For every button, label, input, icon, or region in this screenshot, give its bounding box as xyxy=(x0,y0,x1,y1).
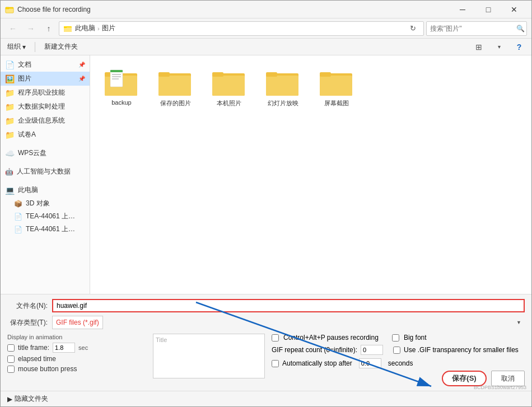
view-button[interactable]: ⊞ xyxy=(471,39,487,55)
folder-backup[interactable]: backup xyxy=(99,64,144,111)
filename-input[interactable] xyxy=(52,299,525,312)
cancel-button[interactable]: 取消 xyxy=(491,371,525,386)
auto-stop-label: Automatically stop after xyxy=(282,359,352,367)
sidebar-item-pictures[interactable]: 🖼️ 图片 📌 xyxy=(1,72,90,86)
elapsed-label: elapsed time xyxy=(18,355,56,363)
computer-label: 此电脑 xyxy=(18,185,38,195)
svg-rect-5 xyxy=(64,26,67,28)
organize-chevron: ▾ xyxy=(22,43,26,51)
up-button[interactable]: ↑ xyxy=(41,21,57,36)
view-chevron[interactable]: ▾ xyxy=(491,39,507,55)
pictures-icon: 🖼️ xyxy=(5,74,15,83)
control-alt-label: Control+Alt+P pauses recording xyxy=(283,334,379,341)
title-box[interactable]: Title xyxy=(153,334,265,378)
pictures-label: 图片 xyxy=(18,74,31,83)
tea1-icon: 📄 xyxy=(14,213,22,221)
display-title: Display in animation xyxy=(7,334,153,340)
ai-label: 人工智能与大数据 xyxy=(17,167,71,176)
exam-label: 试卷A xyxy=(18,130,36,139)
hidden-files-label: 隐藏文件夹 xyxy=(15,394,48,404)
sidebar-item-enterprise[interactable]: 📁 企业级信息系统 xyxy=(1,114,90,128)
auto-stop-unit: seconds xyxy=(388,359,413,367)
elapsed-checkbox[interactable] xyxy=(7,355,15,363)
filetype-row: 保存类型(T): GIF files (*.gif) xyxy=(7,316,525,329)
title-frame-checkbox[interactable] xyxy=(7,344,15,352)
svg-rect-15 xyxy=(158,76,191,96)
close-button[interactable]: ✕ xyxy=(501,1,527,18)
documents-icon: 📄 xyxy=(5,60,15,69)
programs-icon: 📁 xyxy=(5,88,15,97)
mouse-button-checkbox[interactable] xyxy=(7,366,15,373)
auto-stop-checkbox[interactable] xyxy=(272,360,279,367)
organize-label: 组织 xyxy=(7,42,21,52)
sidebar-item-ai[interactable]: 🤖 人工智能与大数据 xyxy=(1,165,90,179)
enterprise-icon: 📁 xyxy=(5,116,15,125)
filename-label: 文件名(N): xyxy=(7,301,52,311)
breadcrumb-computer: 此电脑 xyxy=(75,24,95,33)
toolbar-divider xyxy=(35,42,35,52)
elapsed-time-row: elapsed time xyxy=(7,355,153,363)
chevron-icon: ▶ xyxy=(7,395,12,403)
control-alt-row: Control+Alt+P pauses recording Big font xyxy=(272,334,525,341)
wps-icon: ☁️ xyxy=(5,149,15,158)
sidebar-sub-3d[interactable]: 📦 3D 对象 xyxy=(1,197,90,210)
maximize-button[interactable]: □ xyxy=(475,1,501,18)
svg-rect-18 xyxy=(212,76,245,96)
new-folder-label: 新建文件夹 xyxy=(44,42,78,52)
sidebar-sub-tea1[interactable]: 📄 TEA-44061 上的... xyxy=(1,210,90,223)
sidebar-item-exam[interactable]: 📁 试卷A xyxy=(1,128,90,142)
folder-slideshow[interactable]: 幻灯片放映 xyxy=(260,64,305,111)
svg-rect-19 xyxy=(212,72,223,77)
minimize-button[interactable]: ─ xyxy=(450,1,475,18)
options-col2: Control+Alt+P pauses recording Big font … xyxy=(272,334,525,386)
sidebar-sub-tea2[interactable]: 📄 TEA-44061 上的... xyxy=(1,223,90,236)
search-input[interactable] xyxy=(430,25,514,32)
sidebar-item-computer[interactable]: 💻 此电脑 xyxy=(1,183,90,197)
svg-rect-16 xyxy=(158,72,170,77)
mouse-button-label: mouse button press xyxy=(18,365,77,373)
svg-rect-24 xyxy=(320,76,352,96)
forward-button[interactable]: → xyxy=(23,21,39,36)
window-controls: ─ □ ✕ xyxy=(450,1,527,18)
ai-icon: 🤖 xyxy=(5,168,13,176)
search-box: 🔍 xyxy=(426,21,527,36)
filetype-select-wrapper: GIF files (*.gif) xyxy=(52,316,525,329)
sidebar: 📄 文档 📌 🖼️ 图片 📌 📁 程序员职业技能 📁 大数据实时处理 📁 企业级… xyxy=(1,55,90,294)
sidebar-item-programs[interactable]: 📁 程序员职业技能 xyxy=(1,86,90,100)
big-font-checkbox[interactable] xyxy=(392,334,399,341)
repeat-label: GIF repeat count (0=infinite): xyxy=(272,346,357,354)
save-button[interactable]: 保存(S) xyxy=(442,371,487,386)
sidebar-item-documents[interactable]: 📄 文档 📌 xyxy=(1,58,90,72)
breadcrumb-folder: 图片 xyxy=(102,24,115,33)
hidden-files-button[interactable]: ▶ 隐藏文件夹 xyxy=(7,394,48,404)
titlebar: Choose file for recording ─ □ ✕ xyxy=(1,1,531,18)
search-icon: 🔍 xyxy=(516,25,525,32)
repeat-input[interactable] xyxy=(361,345,383,355)
svg-rect-2 xyxy=(6,7,9,9)
organize-button[interactable]: 组织 ▾ xyxy=(5,41,28,53)
sidebar-item-bigdata[interactable]: 📁 大数据实时处理 xyxy=(1,100,90,114)
new-folder-button[interactable]: 新建文件夹 xyxy=(42,41,80,53)
refresh-button[interactable]: ↻ xyxy=(407,22,419,35)
help-button[interactable]: ? xyxy=(511,39,527,55)
folder-phone-photos[interactable]: 本机照片 xyxy=(207,64,251,111)
address-bar[interactable]: 此电脑 › 图片 ↻ xyxy=(59,21,424,36)
folder-saved-pictures[interactable]: 保存的图片 xyxy=(153,64,198,111)
bigdata-icon: 📁 xyxy=(5,102,15,111)
tea2-label: TEA-44061 上的... xyxy=(26,224,76,234)
sidebar-item-wps[interactable]: ☁️ WPS云盘 xyxy=(1,146,90,160)
title-frame-input[interactable] xyxy=(53,343,75,353)
filetype-select[interactable]: GIF files (*.gif) xyxy=(52,316,103,329)
mouse-button-row: mouse button press xyxy=(7,365,153,373)
auto-stop-input[interactable] xyxy=(359,358,381,368)
bottom-section: 文件名(N): 保存类型(T): GIF files (*.gif) Displ… xyxy=(1,294,531,391)
control-alt-checkbox[interactable] xyxy=(272,334,279,341)
svg-rect-22 xyxy=(266,72,277,77)
repeat-row: GIF repeat count (0=infinite): Use .GIF … xyxy=(272,345,525,355)
transparency-checkbox[interactable] xyxy=(393,347,400,354)
title-box-placeholder: Title xyxy=(156,336,167,343)
folder-screenshots[interactable]: 屏幕截图 xyxy=(314,64,359,111)
back-button[interactable]: ← xyxy=(5,21,21,36)
folder-slideshow-label: 幻灯片放映 xyxy=(268,99,298,107)
action-toolbar: 组织 ▾ 新建文件夹 ⊞ ▾ ? xyxy=(1,39,531,55)
